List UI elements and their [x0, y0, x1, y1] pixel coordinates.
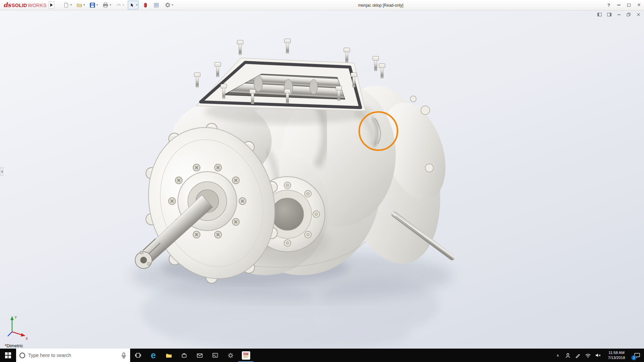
restore-document-button[interactable] [626, 12, 632, 17]
show-pane-right-button[interactable] [606, 12, 612, 17]
document-title: menjac sklop [Read-only] [117, 3, 644, 8]
solidworks-logo: ds SOLIDWORKS [0, 2, 47, 8]
clock-time: 11:58 AM [603, 350, 630, 355]
print-icon [103, 2, 108, 8]
orientation-triad: Y X [4, 312, 31, 341]
pen-icon [575, 353, 581, 358]
menu-flyout-button[interactable] [49, 1, 54, 9]
notification-count-badge: 3 [631, 355, 636, 360]
save-group: ▾ [89, 1, 99, 9]
file-explorer-button[interactable] [161, 349, 176, 362]
solidworks-taskbar-button[interactable]: SW 2017 [238, 349, 254, 362]
brand-solid-text: SOLID [12, 3, 27, 8]
view-orientation-label: *Dimetric [5, 343, 23, 348]
people-icon [565, 353, 571, 358]
window-controls: ? × [604, 0, 644, 10]
model-reflection [141, 279, 439, 349]
file-explorer-icon [166, 353, 172, 358]
print-button[interactable] [102, 2, 109, 8]
save-button[interactable] [89, 2, 96, 8]
mail-icon [197, 353, 203, 358]
save-dropdown[interactable]: ▾ [97, 4, 98, 6]
volume-muted-icon [595, 353, 601, 358]
close-document-button[interactable] [635, 12, 641, 17]
pane-left-icon [597, 13, 602, 16]
x-axis-label: X [25, 337, 28, 341]
system-tray: ∧ 11:58 AM 7/13/2018 3 [553, 349, 644, 362]
gearbox-model[interactable] [0, 10, 644, 349]
cortana-icon [19, 353, 25, 358]
task-view-icon [135, 352, 141, 358]
settings-gear-icon [227, 352, 234, 359]
flyout-arrow-icon [50, 3, 53, 7]
collapse-panel-arrow[interactable] [0, 167, 3, 176]
help-button[interactable]: ? [604, 0, 614, 10]
edge-icon: e [151, 351, 156, 360]
volume-button[interactable] [593, 349, 603, 362]
z-axis [8, 332, 12, 336]
titlebar: ds SOLIDWORKS ▾ ▾ ▾ [0, 0, 644, 10]
ds-monogram-icon: ds [3, 2, 11, 8]
taskbar-search[interactable] [16, 349, 130, 362]
search-input[interactable] [28, 353, 118, 358]
document-window-controls [596, 12, 641, 17]
settings-button[interactable] [223, 349, 238, 362]
chevron-left-icon [1, 170, 3, 173]
command-prompt-icon [212, 352, 218, 358]
windows-logo-icon [5, 352, 11, 358]
hidden-icons-button[interactable]: ∧ [553, 349, 563, 362]
top-cover [194, 39, 385, 111]
restore-icon [627, 13, 631, 16]
brand-works-text: WORKS [28, 3, 47, 8]
task-view-button[interactable] [130, 349, 146, 362]
minimize-document-button[interactable] [616, 12, 622, 17]
store-bag-icon [181, 352, 187, 358]
print-group: ▾ [102, 1, 112, 9]
close-button[interactable]: × [634, 0, 644, 10]
pen-button[interactable] [573, 349, 583, 362]
maximize-icon [627, 4, 631, 7]
y-axis-arrow [10, 316, 14, 320]
open-group: ▾ [75, 1, 86, 9]
open-dropdown[interactable]: ▾ [84, 4, 85, 6]
mail-button[interactable] [192, 349, 207, 362]
taskbar-clock[interactable]: 11:58 AM 7/13/2018 [603, 349, 630, 362]
microphone-icon[interactable] [121, 352, 127, 359]
pane-right-icon [607, 13, 611, 16]
show-pane-left-button[interactable] [596, 12, 602, 17]
new-document-dropdown[interactable]: ▾ [70, 4, 72, 6]
network-button[interactable] [583, 349, 593, 362]
new-document-icon [63, 2, 69, 8]
save-icon [90, 2, 95, 8]
minimize-icon [618, 14, 621, 15]
edge-button[interactable]: e [146, 349, 161, 362]
solidworks-app-icon: SW 2017 [242, 351, 250, 360]
store-button[interactable] [176, 349, 192, 362]
minimize-icon [617, 5, 621, 5]
minimize-button[interactable] [614, 0, 624, 10]
open-folder-icon [76, 2, 82, 8]
wifi-icon [585, 353, 591, 358]
close-icon [637, 13, 640, 16]
command-prompt-button[interactable] [207, 349, 223, 362]
open-button[interactable] [76, 2, 83, 8]
new-document-group: ▾ [62, 1, 72, 9]
print-dropdown[interactable]: ▾ [110, 4, 111, 6]
windows-taskbar: e SW 2017 ∧ [0, 349, 644, 362]
people-button[interactable] [563, 349, 573, 362]
solidworks-window: ds SOLIDWORKS ▾ ▾ ▾ [0, 0, 644, 362]
x-axis-arrow [21, 333, 25, 337]
new-document-button[interactable] [63, 2, 70, 8]
graphics-area[interactable]: Y X *Dimetric [0, 10, 644, 349]
chevron-up-icon: ∧ [556, 353, 559, 358]
clock-date: 7/13/2018 [603, 355, 630, 360]
start-button[interactable] [0, 349, 16, 362]
maximize-button[interactable] [624, 0, 634, 10]
y-axis-label: Y [14, 315, 17, 319]
action-center-button[interactable]: 3 [630, 349, 644, 362]
